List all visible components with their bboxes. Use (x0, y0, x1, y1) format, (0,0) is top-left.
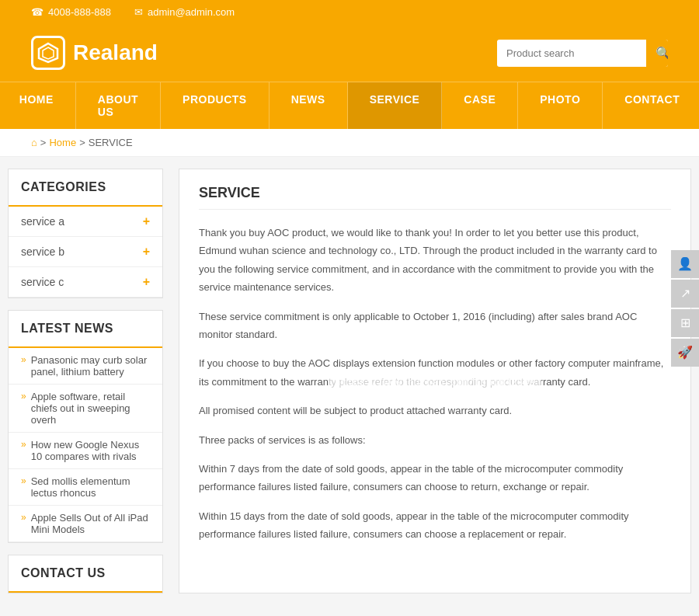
news-title: LATEST NEWS (9, 311, 162, 348)
float-grid-button[interactable]: ⊞ (671, 309, 699, 337)
main-container: CATEGORIES service a + service b + servi… (0, 157, 699, 605)
nav-news[interactable]: NEWS (270, 82, 348, 129)
category-label-c: service c (21, 276, 64, 288)
nav-home[interactable]: HOME (0, 82, 76, 129)
logo-icon (31, 36, 65, 70)
nav-photo[interactable]: PHOTO (518, 82, 603, 129)
search-button[interactable]: 🔍 (646, 40, 668, 67)
content-para-6: Within 15 days from the date of sold goo… (199, 507, 671, 544)
categories-section: CATEGORIES service a + service b + servi… (8, 169, 163, 298)
news-item-4[interactable]: » Apple Sells Out of All iPad Mini Model… (9, 506, 162, 542)
content-para-5: Within 7 days from the date of sold good… (199, 460, 671, 496)
main-nav: HOME ABOUT US PRODUCTS NEWS SERVICE CASE… (0, 82, 699, 129)
header: Realand 🔍 (0, 24, 699, 82)
content-para-4: Three packs of services is as follows: (199, 431, 671, 449)
news-arrow-4: » (21, 512, 26, 535)
category-item-a[interactable]: service a + (9, 207, 162, 237)
content-para-2: If you choose to buy the AOC displays ex… (199, 354, 671, 391)
float-share-button[interactable]: ↗ (671, 280, 699, 308)
phone-item: ☎ 4008-888-888 (31, 6, 111, 18)
news-label-4: Apple Sells Out of All iPad Mini Models (31, 512, 150, 535)
svg-marker-1 (43, 47, 54, 59)
breadcrumb-separator2: > (79, 137, 85, 148)
news-label-0: Panasonic may curb solar panel, lithium … (31, 354, 150, 378)
news-label-3: Sed mollis elementum lectus rhoncus (31, 475, 150, 499)
nav-contact[interactable]: CONTACT (603, 82, 699, 129)
categories-title: CATEGORIES (9, 169, 162, 207)
news-item-2[interactable]: » How new Google Nexus 10 compares with … (9, 433, 162, 469)
expand-icon-a: + (143, 214, 150, 228)
news-item-0[interactable]: » Panasonic may curb solar panel, lithiu… (9, 348, 162, 385)
nav-case[interactable]: CASE (442, 82, 518, 129)
logo[interactable]: Realand (31, 36, 158, 70)
search-input[interactable] (497, 41, 646, 65)
breadcrumb-home[interactable]: Home (49, 137, 76, 148)
float-buttons: 👤 ↗ ⊞ 🚀 (671, 250, 699, 367)
news-arrow-1: » (21, 391, 26, 426)
category-item-b[interactable]: service b + (9, 237, 162, 267)
top-bar: ☎ 4008-888-888 ✉ admin@admin.com (0, 0, 699, 24)
phone-number: 4008-888-888 (48, 6, 111, 18)
nav-about[interactable]: ABOUT US (76, 82, 161, 129)
content-para-1: These service commitment is only applica… (199, 308, 671, 344)
nav-products[interactable]: PRODUCTS (161, 82, 270, 129)
news-item-1[interactable]: » Apple software, retail chiefs out in s… (9, 385, 162, 433)
phone-icon: ☎ (31, 6, 43, 18)
news-arrow-2: » (21, 439, 26, 462)
news-label-1: Apple software, retail chiefs out in swe… (31, 391, 150, 426)
email-item: ✉ admin@admin.com (134, 6, 235, 18)
breadcrumb-separator1: > (40, 137, 47, 148)
category-item-c[interactable]: service c + (9, 267, 162, 298)
breadcrumb-current: SERVICE (89, 137, 133, 148)
sidebar: CATEGORIES service a + service b + servi… (0, 169, 171, 593)
email-icon: ✉ (134, 6, 143, 18)
category-label-a: service a (21, 215, 64, 228)
logo-text: Realand (73, 40, 158, 65)
news-arrow-0: » (21, 354, 26, 378)
expand-icon-b: + (143, 245, 150, 259)
home-icon: ⌂ (31, 137, 37, 148)
content-title: SERVICE (199, 185, 671, 210)
nav-service[interactable]: SERVICE (348, 82, 443, 129)
email-address: admin@admin.com (148, 6, 235, 18)
category-label-b: service b (21, 245, 64, 258)
content-para-0: Thank you buy AOC product, we would like… (199, 224, 671, 297)
content-para-3: All promised content will be subject to … (199, 402, 671, 419)
news-arrow-3: » (21, 475, 26, 499)
float-rocket-button[interactable]: 🚀 (671, 339, 699, 367)
content-area: SERVICE https://www.huzhan.com/ishop4284… (179, 169, 691, 593)
news-label-2: How new Google Nexus 10 compares with ri… (31, 439, 150, 462)
news-section: LATEST NEWS » Panasonic may curb solar p… (8, 310, 163, 543)
search-box[interactable]: 🔍 (497, 40, 668, 67)
contact-section: CONTACT US (8, 555, 163, 593)
expand-icon-c: + (143, 275, 150, 289)
news-item-3[interactable]: » Sed mollis elementum lectus rhoncus (9, 469, 162, 506)
float-user-button[interactable]: 👤 (671, 250, 699, 278)
breadcrumb: ⌂ > Home > SERVICE (0, 129, 699, 157)
contact-title: CONTACT US (9, 555, 162, 593)
